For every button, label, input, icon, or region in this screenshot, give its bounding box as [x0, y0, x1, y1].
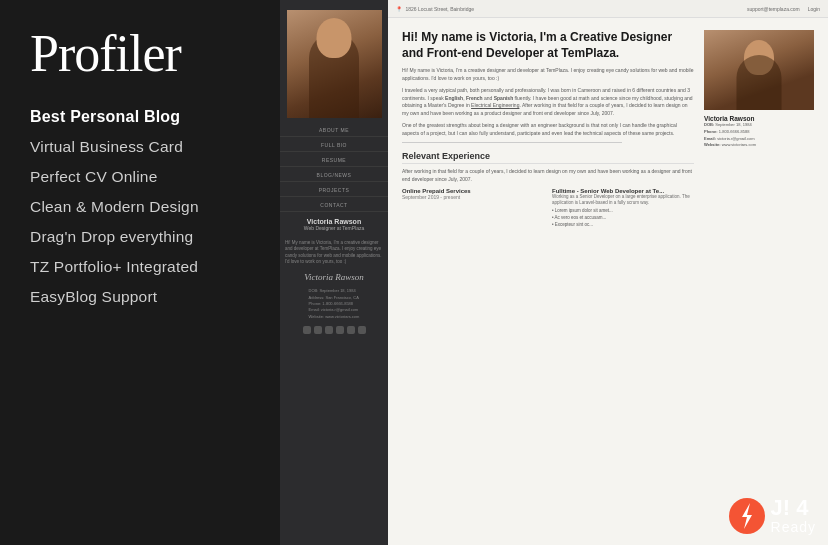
feature-item-3: Clean & Modern Design [30, 192, 250, 222]
cv-contact-email: Email: victoria.r@gmail.com [309, 307, 360, 313]
feature-item-2: Perfect CV Online [30, 162, 250, 192]
cv-bullet-3: • Excepteur sint oc... [552, 221, 694, 228]
left-panel: Profiler Best Personal Blog Virtual Busi… [0, 0, 280, 545]
social-icon-in[interactable] [358, 326, 366, 334]
cv-content-side-col: Victoria Rawson DOB: September 18, 1984 … [704, 30, 814, 228]
cv-subtitle: Web Designer at TemPlaza [304, 225, 364, 231]
cv-topbar: 📍 1826 Locust Street, Bainbridge support… [388, 0, 828, 18]
cv-main-heading: Hi! My name is Victoria, I'm a Creative … [402, 30, 694, 61]
social-icon-tw[interactable] [314, 326, 322, 334]
joomla-ready: Ready [771, 519, 816, 535]
cv-name: Victoria Rawson [304, 218, 364, 225]
joomla-version: J! 4 [771, 497, 809, 519]
cv-main-content: 📍 1826 Locust Street, Bainbridge support… [388, 0, 828, 545]
joomla-icon [728, 497, 766, 535]
social-icon-li[interactable] [325, 326, 333, 334]
features-list: Best Personal Blog Virtual Business Card… [30, 102, 250, 312]
cv-content-main-col: Hi! My name is Victoria, I'm a Creative … [402, 30, 694, 228]
cv-exp-intro: After working in that field for a couple… [402, 168, 694, 183]
cv-photo-face [317, 18, 352, 58]
cv-contact-website: Website: www.victoriars.com [309, 314, 360, 320]
cv-side-photo-face [744, 40, 774, 75]
cv-profile-photo [287, 10, 382, 118]
feature-item-6: EasyBlog Support [30, 282, 250, 312]
cv-contact-dob: DOB: September 18, 1984 [309, 288, 360, 294]
joomla-badge-area: J! 4 Ready [728, 497, 816, 535]
right-panel: ABOUT ME FULL BIO RESUME BLOG/NEWS PROJE… [280, 0, 828, 545]
cv-side-dob: DOB: September 18, 1984 [704, 122, 814, 129]
cv-bio: Hi! My name is Victoria, I'm a creative … [280, 237, 388, 268]
feature-item-0: Best Personal Blog [30, 102, 250, 132]
cv-exp1-date: September 2019 - present [402, 194, 544, 200]
cv-address: 📍 1826 Locust Street, Bainbridge [396, 6, 474, 12]
cv-side-profile-photo [704, 30, 814, 110]
cv-exp-col2: Fulltime - Senior Web Developer at Te...… [552, 188, 694, 228]
cv-nav-projects[interactable]: PROJECTS [280, 184, 388, 197]
cv-sidebar: ABOUT ME FULL BIO RESUME BLOG/NEWS PROJE… [280, 0, 388, 545]
cv-side-name: Victoria Rawson [704, 115, 814, 122]
login-link[interactable]: Login [808, 6, 820, 12]
feature-item-1: Virtual Business Card [30, 132, 250, 162]
cv-nav-blog[interactable]: BLOG/NEWS [280, 169, 388, 182]
cv-nav-contact[interactable]: CONTACT [280, 199, 388, 212]
support-link[interactable]: support@templaza.com [747, 6, 800, 12]
cv-side-info: DOB: September 18, 1984 Phone: 1-800-666… [704, 122, 814, 149]
cv-name-section: Victoria Rawson Web Designer at TemPlaza [298, 212, 370, 237]
location-icon: 📍 [396, 6, 402, 12]
cv-exp2-text: Working as a Senior Developer on a large… [552, 194, 694, 207]
cv-side-email: Email: victoria.r@gmail.com [704, 136, 814, 143]
cv-topbar-right: support@templaza.com Login [747, 6, 820, 12]
cv-para1: Hi! My name is Victoria, I'm a creative … [402, 67, 694, 82]
cv-content-area: Hi! My name is Victoria, I'm a Creative … [388, 18, 828, 545]
cv-experience-cols: Online Prepaid Services September 2019 -… [402, 188, 694, 228]
cv-nav-resume[interactable]: RESUME [280, 154, 388, 167]
cv-nav-about[interactable]: ABOUT ME [280, 124, 388, 137]
cv-para3: One of the greatest strengths about bein… [402, 122, 694, 137]
cv-side-phone: Phone: 1-800-6666-8588 [704, 129, 814, 136]
cv-social-icons [298, 322, 371, 338]
cv-section-experience: Relevant Experience [402, 151, 694, 164]
section-divider [402, 142, 622, 143]
cv-nav-items: ABOUT ME FULL BIO RESUME BLOG/NEWS PROJE… [280, 124, 388, 212]
joomla-text-group: J! 4 Ready [771, 497, 816, 535]
cv-side-website: Website: www.victoriars.com [704, 142, 814, 149]
social-icon-gp[interactable] [336, 326, 344, 334]
feature-item-5: TZ Portfolio+ Integrated [30, 252, 250, 282]
cv-signature: Victoria Rawson [299, 268, 369, 286]
social-icon-yt[interactable] [347, 326, 355, 334]
logo-title: Profiler [30, 28, 250, 80]
feature-item-4: Drag'n Drop everything [30, 222, 250, 252]
cv-bullet-2: • Ac vero eos et accusam... [552, 214, 694, 221]
cv-bullet-1: • Lorem ipsum dolor sit amet... [552, 207, 694, 214]
cv-content-inner: Hi! My name is Victoria, I'm a Creative … [402, 30, 814, 228]
social-icon-fb[interactable] [303, 326, 311, 334]
cv-contact-info: DOB: September 18, 1984 Address: San Fra… [303, 286, 366, 322]
cv-nav-bio[interactable]: FULL BIO [280, 139, 388, 152]
cv-para2: I traveled a very atypical path, both pe… [402, 87, 694, 117]
cv-exp-col1: Online Prepaid Services September 2019 -… [402, 188, 544, 228]
